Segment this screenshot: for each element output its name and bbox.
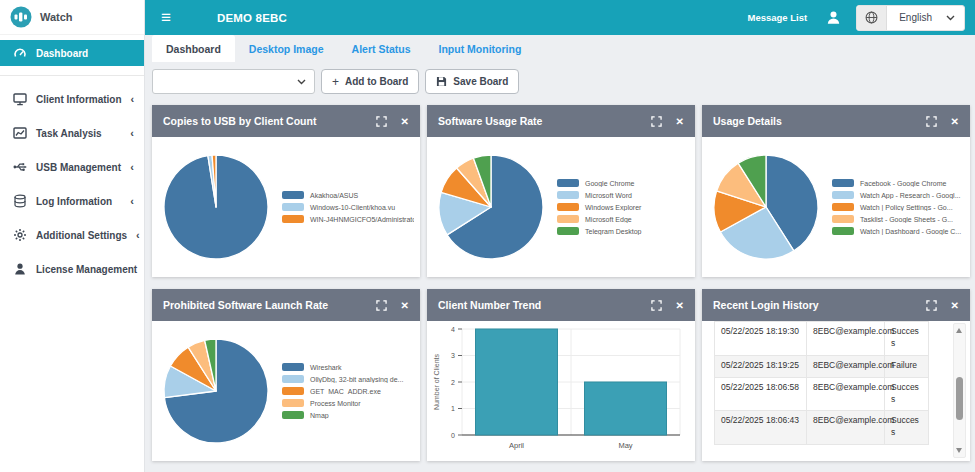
login-result-cell: Success xyxy=(885,411,929,445)
fullscreen-icon[interactable] xyxy=(651,116,662,127)
legend-item[interactable]: Wireshark xyxy=(282,363,414,371)
chevron-collapse-icon[interactable]: ‹ xyxy=(130,195,134,207)
gauge-icon xyxy=(12,46,27,60)
legend-item[interactable]: Watch | Dashboard - Google C... xyxy=(832,227,964,235)
x-tick-label: May xyxy=(618,441,632,450)
close-icon[interactable]: ✕ xyxy=(951,116,959,127)
close-icon[interactable]: ✕ xyxy=(401,116,409,127)
login-time-cell: 05/22/2025 18:19:30 xyxy=(715,322,807,356)
legend-swatch xyxy=(832,179,854,187)
legend-item[interactable]: Facebook - Google Chrome xyxy=(832,179,964,187)
table-row: 05/22/2025 18:06:588EBC@example.comSucce… xyxy=(715,377,929,411)
legend-swatch xyxy=(832,191,854,199)
language-select[interactable]: English xyxy=(856,5,965,31)
chevron-collapse-icon[interactable]: ‹ xyxy=(136,229,140,241)
legend-item[interactable]: Microsoft Word xyxy=(557,191,689,199)
legend-item[interactable]: OllyDbg, 32-bit analysing de... xyxy=(282,375,414,383)
legend-swatch xyxy=(282,399,304,407)
legend-item[interactable]: GET_MAC_ADDR.exe xyxy=(282,387,414,395)
chevron-collapse-icon[interactable]: ‹ xyxy=(130,161,134,173)
menu-icon[interactable]: ≡ xyxy=(161,9,171,26)
fullscreen-icon[interactable] xyxy=(651,300,662,311)
close-icon[interactable]: ✕ xyxy=(951,300,959,311)
monitor-icon xyxy=(12,92,27,106)
legend-label: Watch | Dashboard - Google C... xyxy=(860,228,961,235)
close-icon[interactable]: ✕ xyxy=(676,300,684,311)
add-to-board-button[interactable]: + Add to Board xyxy=(321,69,419,94)
main-content: Dashboard Desktop Image Alert Status Inp… xyxy=(145,35,975,472)
fullscreen-icon[interactable] xyxy=(376,300,387,311)
sidebar-item-log-information[interactable]: Log Information ‹ xyxy=(0,188,144,214)
legend-item[interactable]: Windows-10-Client/khoa.vu xyxy=(282,203,414,211)
sidebar-item-task-analysis[interactable]: Task Analysis ‹ xyxy=(0,120,144,146)
legend-item[interactable]: Nmap xyxy=(282,411,414,419)
y-tick-label: 4 xyxy=(451,326,455,333)
legend-label: Process Monitor xyxy=(310,400,361,407)
legend-item[interactable]: WIN-J4HNMGICFO5/Administrator xyxy=(282,215,414,223)
sidebar-item-label: USB Management xyxy=(36,162,121,173)
pie-chart-area: WiresharkOllyDbg, 32-bit analysing de...… xyxy=(152,321,420,461)
legend-swatch xyxy=(282,411,304,419)
chevron-collapse-icon[interactable]: ‹ xyxy=(131,93,135,105)
save-board-button[interactable]: Save Board xyxy=(425,69,519,94)
tab-dashboard[interactable]: Dashboard xyxy=(152,35,235,62)
legend-label: Microsoft Word xyxy=(585,192,632,199)
legend-item[interactable]: Telegram Desktop xyxy=(557,227,689,235)
close-icon[interactable]: ✕ xyxy=(401,300,409,311)
legend-item[interactable]: Akakhoa/ASUS xyxy=(282,191,414,199)
board-select-dropdown[interactable] xyxy=(152,69,315,94)
widget-client-number-trend: Client Number Trend ✕ 01234AprilMayNumbe… xyxy=(427,289,695,461)
legend-item[interactable]: Google Chrome xyxy=(557,179,689,187)
scroll-down-icon[interactable] xyxy=(956,448,962,453)
close-icon[interactable]: ✕ xyxy=(676,116,684,127)
pie-chart xyxy=(160,151,272,263)
bar xyxy=(585,382,667,435)
tab-input-monitoring[interactable]: Input Monitoring xyxy=(424,35,535,62)
widget-header: Usage Details ✕ xyxy=(702,105,970,137)
legend-item[interactable]: Watch | Policy Settings - Go... xyxy=(832,203,964,211)
legend-item[interactable]: Microsoft Edge xyxy=(557,215,689,223)
chart-legend: Akakhoa/ASUSWindows-10-Client/khoa.vuWIN… xyxy=(272,191,414,223)
sidebar-item-label: Log Information xyxy=(36,196,121,207)
gear-icon xyxy=(12,228,27,242)
tab-desktop-image[interactable]: Desktop Image xyxy=(235,35,338,62)
board-controls: + Add to Board Save Board xyxy=(152,69,975,94)
sidebar-item-label: Dashboard xyxy=(36,48,134,59)
chevron-collapse-icon[interactable]: ‹ xyxy=(130,127,134,139)
sidebar-item-usb-management[interactable]: USB Management ‹ xyxy=(0,154,144,180)
tab-alert-status[interactable]: Alert Status xyxy=(338,35,425,62)
legend-item[interactable]: Tasklist - Google Sheets - G... xyxy=(832,215,964,223)
scrollbar-thumb[interactable] xyxy=(956,377,963,420)
legend-item[interactable]: Watch App - Research - Googl... xyxy=(832,191,964,199)
legend-label: Wireshark xyxy=(310,364,342,371)
legend-label: Akakhoa/ASUS xyxy=(310,192,358,199)
widget-title: Software Usage Rate xyxy=(438,115,542,127)
message-list-link[interactable]: Message List xyxy=(748,12,808,23)
fullscreen-icon[interactable] xyxy=(926,116,937,127)
user-icon[interactable] xyxy=(825,9,842,26)
sidebar-item-dashboard[interactable]: Dashboard xyxy=(0,40,144,66)
sidebar-item-additional-settings[interactable]: Additional Settings ‹ xyxy=(0,222,144,248)
sidebar-item-label: Task Analysis xyxy=(36,128,121,139)
widget-usage-details: Usage Details ✕ Facebook - Google Chrome… xyxy=(702,105,970,277)
legend-item[interactable]: Windows Explorer xyxy=(557,203,689,211)
page-title: DEMO 8EBC xyxy=(217,12,287,24)
scroll-up-icon[interactable] xyxy=(956,328,962,333)
legend-label: Google Chrome xyxy=(585,180,634,187)
login-result-cell: Success xyxy=(885,322,929,356)
fullscreen-icon[interactable] xyxy=(376,116,387,127)
y-tick-label: 3 xyxy=(451,352,455,359)
login-account-cell: 8EBC@example.com xyxy=(807,411,885,445)
fullscreen-icon[interactable] xyxy=(926,300,937,311)
chart-icon xyxy=(12,126,27,140)
sidebar-item-license-management[interactable]: License Management xyxy=(0,256,144,282)
table-scrollbar[interactable] xyxy=(953,323,966,458)
language-value: English xyxy=(887,12,946,23)
legend-item[interactable]: Process Monitor xyxy=(282,399,414,407)
widget-header: Recent Login History ✕ xyxy=(702,289,970,321)
legend-label: Watch | Policy Settings - Go... xyxy=(860,204,953,211)
legend-label: Watch App - Research - Googl... xyxy=(860,192,961,199)
legend-label: Windows Explorer xyxy=(585,204,641,211)
sidebar-item-client-information[interactable]: Client Information ‹ xyxy=(0,86,144,112)
sidebar: Watch Dashboard Client Information ‹ Tas… xyxy=(0,0,145,472)
